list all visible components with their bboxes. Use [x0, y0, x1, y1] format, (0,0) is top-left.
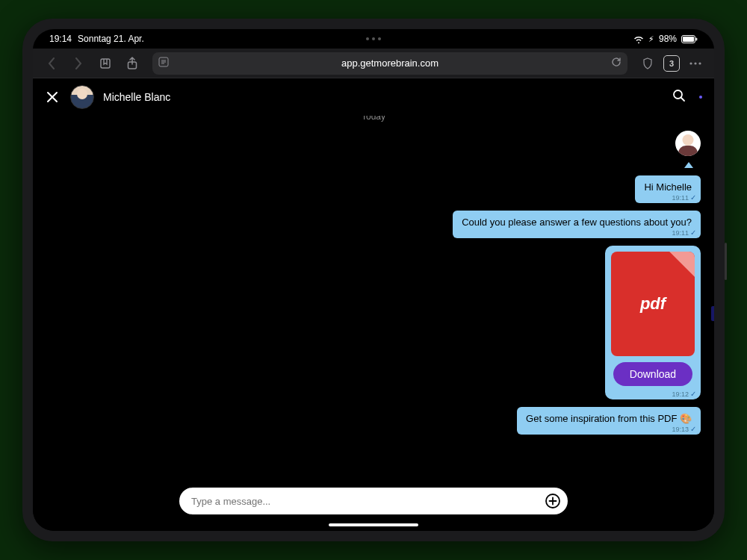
sent-check-icon: ✓ — [690, 193, 696, 202]
time-value: 19:12 — [672, 391, 689, 398]
svg-point-11 — [698, 62, 701, 64]
bookmarks-button[interactable] — [94, 52, 117, 75]
device-frame: 19:14 Sonntag 21. Apr. ⚡︎ 98% — [22, 19, 725, 541]
svg-line-13 — [681, 98, 684, 101]
screen: 19:14 Sonntag 21. Apr. ⚡︎ 98% — [33, 29, 714, 531]
status-bar: 19:14 Sonntag 21. Apr. ⚡︎ 98% — [33, 29, 714, 49]
contact-avatar[interactable] — [70, 85, 94, 109]
presence-indicator — [698, 94, 704, 100]
close-button[interactable] — [43, 88, 61, 106]
date-separator: Today — [362, 116, 385, 122]
svg-rect-2 — [696, 37, 698, 40]
charging-icon: ⚡︎ — [648, 34, 654, 44]
reload-icon[interactable] — [611, 57, 622, 69]
chat-body: Today Hi Michelle 19:11 ✓ Could you plea… — [33, 116, 714, 531]
device-side-button — [725, 243, 727, 280]
sent-check-icon: ✓ — [690, 425, 696, 433]
attachment-bubble[interactable]: pdf Download 19:12 ✓ — [605, 246, 701, 399]
browser-toolbar: app.getmorebrain.com 3 — [33, 49, 714, 78]
battery-percent: 98% — [659, 34, 677, 44]
message-input[interactable] — [191, 496, 542, 507]
svg-point-9 — [689, 62, 692, 64]
message-bubble[interactable]: Could you please answer a few questions … — [453, 211, 701, 238]
message-bubble[interactable]: Get some inspiration from this PDF 🎨 19:… — [517, 407, 701, 435]
contact-name: Michelle Blanc — [103, 91, 170, 103]
svg-point-10 — [694, 62, 696, 64]
message-text: Could you please answer a few questions … — [462, 217, 692, 228]
chat-header: Michelle Blanc — [33, 78, 714, 116]
search-button[interactable] — [672, 89, 686, 105]
tabs-button[interactable]: 3 — [663, 55, 680, 72]
tab-count-value: 3 — [669, 59, 674, 68]
address-bar[interactable]: app.getmorebrain.com — [152, 52, 627, 75]
file-type-label: pdf — [640, 294, 666, 314]
message-text: Hi Michelle — [644, 181, 692, 193]
message-timestamp: 19:11 ✓ — [672, 193, 696, 202]
forward-button[interactable] — [67, 52, 90, 75]
sender-avatar[interactable] — [675, 131, 701, 156]
battery-full-icon — [681, 35, 698, 43]
add-attachment-button[interactable] — [542, 491, 563, 511]
bubble-tail — [684, 162, 693, 168]
url-text: app.getmorebrain.com — [341, 57, 438, 69]
message-text: Get some inspiration from this PDF 🎨 — [526, 413, 692, 424]
back-button[interactable] — [40, 52, 63, 75]
status-date: Sonntag 21. Apr. — [78, 34, 144, 44]
message-bubble[interactable]: Hi Michelle 19:11 ✓ — [635, 175, 701, 203]
message-composer[interactable] — [179, 488, 568, 514]
wifi-icon — [633, 35, 644, 43]
message-timestamp: 19:13 ✓ — [672, 425, 696, 433]
home-indicator[interactable] — [329, 523, 418, 526]
reader-mode-icon[interactable] — [158, 57, 169, 69]
more-button[interactable] — [684, 52, 707, 75]
multitask-dots[interactable] — [366, 37, 381, 40]
svg-rect-1 — [683, 37, 694, 42]
shield-icon[interactable] — [636, 52, 659, 75]
time-value: 19:13 — [672, 426, 689, 433]
time-value: 19:11 — [672, 229, 689, 237]
sent-check-icon: ✓ — [690, 390, 696, 398]
share-button[interactable] — [121, 52, 143, 75]
sent-check-icon: ✓ — [690, 228, 696, 237]
pdf-file-icon[interactable]: pdf — [611, 252, 695, 356]
message-column: Hi Michelle 19:11 ✓ Could you please ans… — [453, 131, 701, 435]
status-time: 19:14 — [49, 34, 72, 44]
time-value: 19:11 — [672, 194, 689, 202]
message-timestamp: 19:12 ✓ — [672, 390, 696, 398]
message-timestamp: 19:11 ✓ — [672, 228, 696, 237]
svg-point-12 — [674, 90, 682, 99]
page-fold-icon — [669, 252, 695, 277]
download-button[interactable]: Download — [613, 362, 692, 386]
chat-app: Michelle Blanc Today Hi Michelle — [33, 78, 714, 531]
